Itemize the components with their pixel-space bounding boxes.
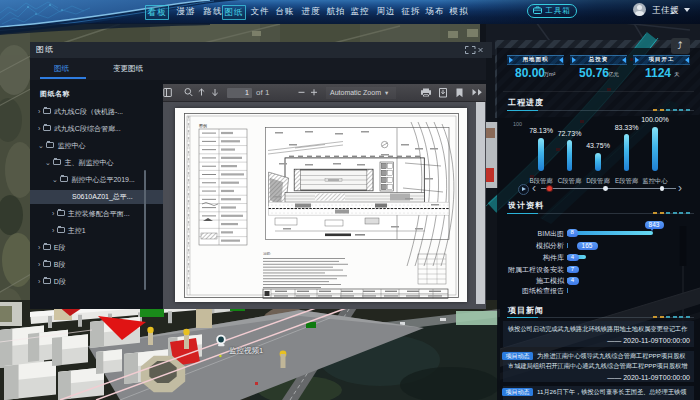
svg-text:说明:: 说明: <box>263 252 271 256</box>
svg-text:图例: 图例 <box>199 123 207 129</box>
svg-text:监控视频1: 监控视频1 <box>229 346 263 355</box>
